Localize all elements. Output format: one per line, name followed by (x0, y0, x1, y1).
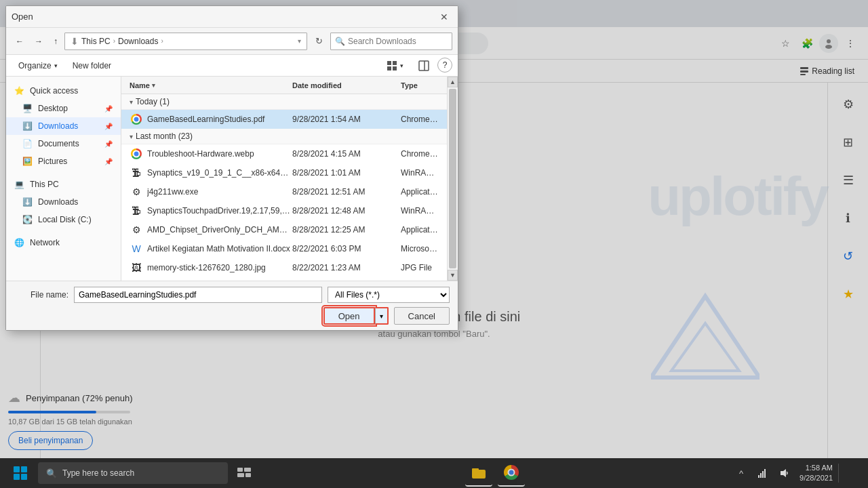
memory-date: 8/22/2021 1:23 AM (292, 263, 401, 272)
synaptics-zip-icon: 🗜 (130, 166, 143, 180)
amd-type: Application (401, 225, 439, 235)
new-folder-btn[interactable]: New folder (66, 58, 118, 74)
search-input[interactable] (348, 37, 448, 46)
forward-nav-btn[interactable]: → (31, 33, 47, 50)
preview-pane-btn[interactable] (412, 58, 436, 74)
sidebar-network[interactable]: 🌐 Network (6, 234, 121, 251)
file-row-synaptics[interactable]: 🗜 Synaptics_v19_0_19_1_C__x86-x64_Win...… (121, 163, 447, 182)
amd-icon: ⚙ (130, 223, 143, 237)
svg-rect-16 (393, 61, 397, 65)
sidebar-pictures[interactable]: 🖼️ Pictures 📌 (6, 152, 121, 170)
scroll-up-btn[interactable]: ▲ (448, 77, 458, 87)
gamebased-name: GameBasedLearningStudies.pdf (147, 115, 292, 124)
refresh-btn[interactable]: ↻ (310, 33, 328, 50)
group-today[interactable]: ▾ Today (1) (121, 94, 447, 110)
sidebar-downloads[interactable]: ⬇️ Downloads 📌 (6, 117, 121, 135)
organize-btn[interactable]: Organize ▾ (12, 58, 64, 74)
network-icon: 🌐 (14, 238, 24, 247)
synaptics-driver-date: 8/28/2021 12:48 AM (292, 206, 401, 216)
troubleshoot-icon (130, 147, 143, 161)
breadcrumb-bar[interactable]: ⬇ This PC › Downloads › ▾ (64, 33, 307, 50)
sidebar-desktop[interactable]: 🖥️ Desktop 📌 (6, 100, 121, 117)
sidebar-this-pc[interactable]: 💻 This PC (6, 176, 121, 193)
dialog-close-button[interactable]: ✕ (436, 9, 452, 25)
troubleshoot-type: Chrome HTM (401, 149, 439, 159)
breadcrumb-arrow2: › (161, 37, 163, 45)
group-today-label: Today (1) (136, 97, 170, 106)
sidebar-downloads-2[interactable]: ⬇️ Downloads (6, 193, 121, 211)
dialog-filelist: Name ▾ Date modified Type ▾ Today (1) (121, 77, 447, 281)
name-sort-arrow: ▾ (152, 82, 155, 89)
j4g-icon: ⚙ (130, 185, 143, 199)
downloads-label: Downloads (38, 121, 78, 131)
pictures-pin-icon: 📌 (104, 158, 113, 165)
back-nav-btn[interactable]: ← (12, 33, 28, 50)
breadcrumb-dropdown[interactable]: ▾ (298, 37, 301, 45)
open-button[interactable]: Open (323, 307, 375, 325)
cancel-button[interactable]: Cancel (394, 307, 450, 325)
gamebased-type: Chrome HTM (401, 115, 439, 124)
amd-date: 8/28/2021 12:25 AM (292, 225, 401, 235)
network-label: Network (30, 238, 60, 247)
organize-label: Organize (18, 61, 52, 70)
search-icon: 🔍 (335, 37, 345, 46)
breadcrumb-thispc: This PC (81, 37, 111, 46)
dialog-resize-handle[interactable] (6, 327, 458, 330)
synaptics-rar-icon: 🗜 (130, 204, 143, 218)
open-dialog: Open ✕ ← → ↑ ⬇ This PC › Downloads › ▾ ↻… (5, 5, 458, 331)
file-row-gamebased[interactable]: GameBasedLearningStudies.pdf 9/28/2021 1… (121, 110, 447, 129)
desktop-pin-icon: 📌 (104, 105, 113, 113)
downloads2-icon: ⬇️ (22, 197, 33, 207)
downloads2-label: Downloads (38, 197, 78, 207)
filelist-scroll[interactable]: ▾ Today (1) GameBasedLearningStudies.pdf… (121, 94, 447, 281)
filetype-select[interactable]: All Files (*.*) (328, 287, 450, 303)
file-row-artikel[interactable]: W Artikel Kegiatan Math Motivation II.do… (121, 239, 447, 258)
desktop-label: Desktop (38, 104, 68, 113)
gamebased-icon (130, 113, 143, 126)
group-today-arrow: ▾ (130, 98, 133, 106)
file-row-memory[interactable]: 🖼 memory-stick-1267620_1280.jpg 8/22/202… (121, 258, 447, 277)
synaptics-driver-name: SynapticsTouchpadDriver.19,2.17,59,Nesa … (147, 206, 292, 216)
col-name-header[interactable]: Name ▾ (130, 81, 292, 89)
sidebar-quick-access[interactable]: ⭐ Quick access (6, 82, 121, 100)
troubleshoot-name: Troubleshoot-Hardware.webp (147, 149, 292, 159)
col-type-header[interactable]: Type (401, 81, 439, 89)
help-btn[interactable]: ? (437, 58, 452, 73)
filename-input[interactable] (74, 287, 322, 303)
svg-rect-18 (393, 66, 397, 70)
sidebar-local-disk[interactable]: 💽 Local Disk (C:) (6, 211, 121, 228)
documents-icon: 📄 (22, 139, 33, 148)
file-row-synaptics-driver[interactable]: 🗜 SynapticsTouchpadDriver.19,2.17,59,Nes… (121, 201, 447, 220)
sidebar-documents[interactable]: 📄 Documents 📌 (6, 135, 121, 152)
pictures-icon: 🖼️ (22, 157, 33, 166)
file-row-j4g[interactable]: ⚙ j4g211ww.exe 8/28/2021 12:51 AM Applic… (121, 182, 447, 201)
file-row-troubleshoot[interactable]: Troubleshoot-Hardware.webp 8/28/2021 4:1… (121, 144, 447, 163)
up-nav-btn[interactable]: ↑ (50, 33, 62, 50)
dialog-overlay: Open ✕ ← → ↑ ⬇ This PC › Downloads › ▾ ↻… (0, 0, 868, 488)
artikel-date: 8/22/2021 6:03 PM (292, 244, 401, 253)
artikel-icon: W (130, 242, 143, 256)
local-disk-label: Local Disk (C:) (38, 215, 92, 224)
view-buttons: ▾ ? (380, 58, 452, 74)
file-row-amd[interactable]: ⚙ AMD_Chipset_DriverOnly_DCH_AMD_Z... 8/… (121, 220, 447, 239)
scroll-down-btn[interactable]: ▼ (448, 270, 458, 281)
open-dropdown-arrow[interactable]: ▾ (375, 307, 389, 325)
dialog-body: ⭐ Quick access 🖥️ Desktop 📌 ⬇️ Downloads… (6, 77, 458, 281)
desktop-icon: 🖥️ (22, 104, 33, 113)
artikel-type: Microsoft Wo... (401, 244, 439, 253)
col-date-header[interactable]: Date modified (292, 81, 401, 89)
group-lastmonth-label: Last month (23) (136, 131, 193, 141)
troubleshoot-date: 8/28/2021 4:15 AM (292, 149, 401, 159)
gamebased-date: 9/28/2021 1:54 AM (292, 115, 401, 124)
memory-type: JPG File (401, 263, 439, 272)
search-box[interactable]: 🔍 (330, 33, 452, 50)
local-disk-icon: 💽 (22, 215, 33, 224)
scrollbar-track[interactable]: ▲ ▼ (447, 77, 458, 281)
synaptics-name: Synaptics_v19_0_19_1_C__x86-x64_Win... (147, 168, 292, 178)
download-icon-breadcrumb: ⬇ (71, 36, 79, 47)
breadcrumb-downloads: Downloads (118, 37, 158, 46)
group-lastmonth[interactable]: ▾ Last month (23) (121, 129, 447, 144)
scroll-thumb[interactable] (449, 89, 456, 268)
change-view-btn[interactable]: ▾ (380, 58, 410, 74)
dialog-bottom: File name: All Files (*.*) Open ▾ Cancel (6, 281, 458, 330)
